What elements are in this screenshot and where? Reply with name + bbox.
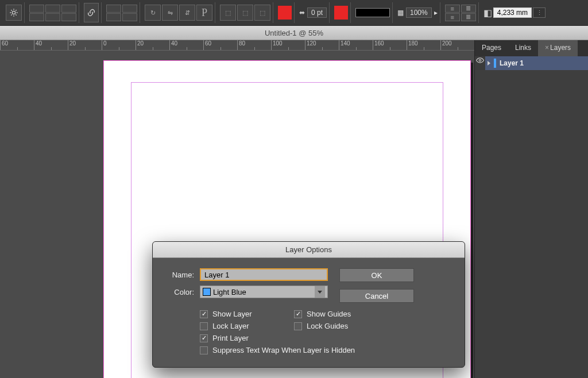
measure-field[interactable]: 4,233 mm xyxy=(493,7,532,18)
tab-links[interactable]: Links xyxy=(508,40,538,56)
print-layer-checkbox[interactable]: ✓ xyxy=(200,334,208,342)
right-panel: Pages Links ×Layers Layer 1 xyxy=(474,40,588,378)
show-layer-checkbox[interactable]: ✓ xyxy=(200,310,208,318)
color-select-value: Light Blue xyxy=(213,288,246,296)
ruler-tick: 180 xyxy=(407,40,440,50)
lock-layer-checkbox[interactable] xyxy=(200,322,208,330)
align-bl-icon[interactable] xyxy=(29,13,44,21)
align-tc-icon[interactable] xyxy=(45,5,60,13)
opacity-field[interactable]: 100% xyxy=(406,7,432,18)
dialog-title: Layer Options xyxy=(153,242,465,258)
color-chip-icon xyxy=(203,288,211,296)
svg-point-1 xyxy=(479,59,481,61)
link-icon[interactable] xyxy=(84,3,99,22)
top-toolbar: ↻ ⇋ ⇵ P ⬚ ⬚ ⬚ ⬌ 0 pt ▦ 100% ▸ ≡ ≡ ≣ ≣ ◧ … xyxy=(0,0,588,26)
stroke-weight-label: ⬌ xyxy=(299,9,305,17)
lines-d-icon[interactable]: ≣ xyxy=(461,13,476,21)
align-bc-icon[interactable] xyxy=(45,13,60,21)
dropdown-arrow-icon[interactable] xyxy=(315,286,325,298)
ruler-tick: 20 xyxy=(136,40,169,50)
grid-c-icon[interactable] xyxy=(122,5,137,13)
flip-h-icon[interactable]: ⇋ xyxy=(162,5,178,21)
eye-icon xyxy=(476,56,484,64)
distribute-v-icon[interactable]: ⬚ xyxy=(237,5,253,21)
suppress-wrap-checkbox[interactable] xyxy=(200,346,208,354)
ok-button[interactable]: OK xyxy=(339,268,414,282)
ruler-tick: 120 xyxy=(305,40,339,50)
stroke-weight-field[interactable]: 0 pt xyxy=(307,7,327,18)
opacity-dropdown-arrow-icon[interactable]: ▸ xyxy=(434,9,438,17)
layer-name-input[interactable] xyxy=(200,268,328,281)
ruler-tick: 60 xyxy=(203,40,237,50)
align-edges-icon[interactable]: ⬚ xyxy=(254,5,270,21)
measure-a-icon: ◧ xyxy=(483,7,492,18)
ruler-tick: 40 xyxy=(34,40,68,50)
lines-b-icon[interactable]: ≡ xyxy=(445,13,460,21)
show-guides-checkbox[interactable]: ✓ xyxy=(294,310,302,318)
align-tr-icon[interactable] xyxy=(61,5,76,13)
ruler-tick: 100 xyxy=(271,40,305,50)
lock-guides-label: Lock Guides xyxy=(307,322,348,330)
rotate-icon[interactable]: ↻ xyxy=(145,5,161,21)
lock-guides-checkbox[interactable] xyxy=(294,322,302,330)
chevron-right-icon[interactable] xyxy=(488,61,490,65)
grid-b-icon[interactable] xyxy=(106,13,121,21)
tab-layers[interactable]: ×Layers xyxy=(538,40,578,56)
close-x-icon[interactable]: × xyxy=(545,44,549,52)
no-fill-icon[interactable] xyxy=(278,6,292,20)
ruler-tick: 80 xyxy=(237,40,271,50)
paragraph-icon[interactable]: P xyxy=(196,5,212,21)
align-br-icon[interactable] xyxy=(61,13,76,21)
lines-a-icon[interactable]: ≡ xyxy=(445,5,460,13)
tab-pages[interactable]: Pages xyxy=(475,40,508,56)
document-tab-title[interactable]: Untitled-1 @ 55% xyxy=(265,29,323,37)
black-swatch-icon[interactable] xyxy=(355,8,390,17)
suppress-wrap-label: Suppress Text Wrap When Layer is Hidden xyxy=(212,346,355,354)
ruler-tick: 140 xyxy=(339,40,373,50)
name-label: Name: xyxy=(164,271,194,279)
layer-color-chip-icon xyxy=(494,59,496,68)
svg-point-0 xyxy=(12,11,15,14)
ruler-tick: 60 xyxy=(0,40,34,50)
show-layer-label: Show Layer xyxy=(212,310,252,318)
ruler-tick: 20 xyxy=(68,40,102,50)
color-label: Color: xyxy=(164,288,194,296)
document-tab-bar: Untitled-1 @ 55% xyxy=(0,26,588,40)
ruler-tick: 160 xyxy=(373,40,407,50)
grid-d-icon[interactable] xyxy=(122,13,137,21)
cancel-button[interactable]: Cancel xyxy=(339,289,414,303)
lock-layer-label: Lock Layer xyxy=(212,322,249,330)
tab-layers-label: Layers xyxy=(550,44,571,52)
layer-options-dialog: Layer Options Name: Color: Light Blue xyxy=(152,241,465,368)
measure-stepper-icon[interactable]: ⋮ xyxy=(533,7,546,18)
align-tl-icon[interactable] xyxy=(29,5,44,13)
no-stroke-icon[interactable] xyxy=(334,6,348,20)
lines-c-icon[interactable]: ≣ xyxy=(461,5,476,13)
layer-name: Layer 1 xyxy=(500,59,524,67)
layer-row[interactable]: Layer 1 xyxy=(485,56,588,70)
visibility-toggle[interactable] xyxy=(475,56,485,70)
brightness-icon[interactable] xyxy=(6,5,22,21)
layer-color-select[interactable]: Light Blue xyxy=(200,286,328,298)
print-layer-label: Print Layer xyxy=(212,334,249,342)
horizontal-ruler: 604020020406080100120140160180200 xyxy=(0,40,474,51)
distribute-h-icon[interactable]: ⬚ xyxy=(220,5,236,21)
canvas-area[interactable]: 604020020406080100120140160180200 Layer … xyxy=(0,40,474,378)
ruler-tick: 200 xyxy=(440,40,474,50)
ruler-tick: 40 xyxy=(169,40,203,50)
show-guides-label: Show Guides xyxy=(307,310,351,318)
grid-a-icon[interactable] xyxy=(106,5,121,13)
ruler-tick: 0 xyxy=(102,40,136,50)
flip-v-icon[interactable]: ⇵ xyxy=(179,5,195,21)
opacity-icon: ▦ xyxy=(397,9,404,17)
